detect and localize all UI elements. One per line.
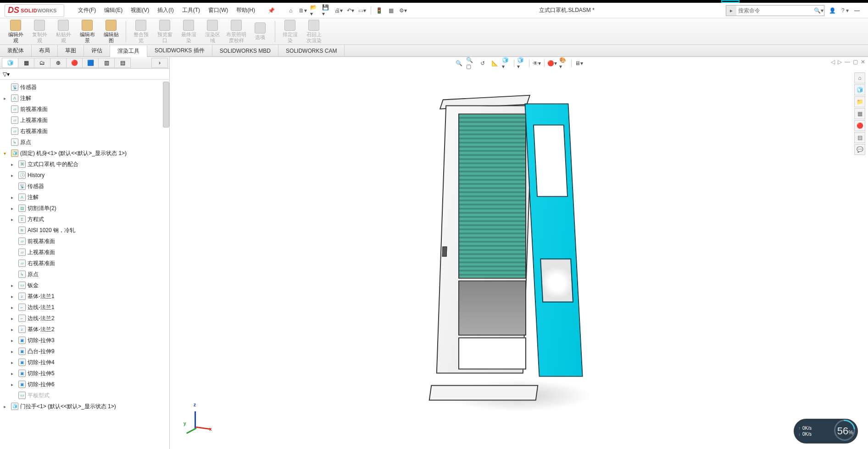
taskpane-forum-icon[interactable]: 💬 xyxy=(854,144,865,155)
tree-item-right-plane[interactable]: ▱右视基准面 xyxy=(0,126,169,137)
tree-item-origin[interactable]: ↳原点 xyxy=(0,137,169,148)
command-search[interactable]: ▸ 🔍▾ xyxy=(726,5,824,16)
tree-item-cutextrude5[interactable]: ▸▣切除-拉伸5 xyxy=(0,368,169,379)
tree-item-flatpattern[interactable]: ▭平板型式 xyxy=(0,390,169,401)
user-icon[interactable]: 👤 xyxy=(829,7,836,14)
dimxpert-tab-icon[interactable]: ⊕ xyxy=(50,58,67,68)
tab-evaluate[interactable]: 评估 xyxy=(84,45,110,56)
tree-item-origin-2[interactable]: ↳原点 xyxy=(0,269,169,280)
tree-filter-bar[interactable]: ▽▾ xyxy=(0,69,169,80)
tree-item-right-plane-2[interactable]: ▱右视基准面 xyxy=(0,258,169,269)
tab-layout[interactable]: 布局 xyxy=(32,45,58,56)
tree-item-front-plane-2[interactable]: ▱前视基准面 xyxy=(0,236,169,247)
settings-gear-icon[interactable]: ⚙▾ xyxy=(399,6,408,15)
network-speed-overlay[interactable]: ↑0K/s ↓0K/s 56% xyxy=(794,419,858,443)
taskpane-design-library-icon[interactable]: 🧊 xyxy=(854,84,865,95)
open-icon[interactable]: 📂▾ xyxy=(310,6,319,15)
solidworks-logo[interactable]: DS SOLIDWORKS xyxy=(5,4,64,17)
print-icon[interactable]: 🖨▾ xyxy=(334,6,343,15)
menu-window[interactable]: 窗口(W) xyxy=(208,6,228,14)
tree-item-history[interactable]: ▸🕓History xyxy=(0,170,169,181)
tab-sketch[interactable]: 草图 xyxy=(58,45,84,56)
configuration-tab-icon[interactable]: 🗂 xyxy=(34,58,50,68)
view-settings-icon[interactable]: 🖥▾ xyxy=(574,59,584,68)
tree-item-material[interactable]: ≋AISI 1020 钢，冷轧 xyxy=(0,225,169,236)
property-manager-tab-icon[interactable]: ▦ xyxy=(18,58,34,68)
menu-tools[interactable]: 工具(T) xyxy=(182,6,200,14)
minimize-icon[interactable]: — xyxy=(854,7,860,14)
tree-item-baseflange1[interactable]: ▸⟀基体-法兰1 xyxy=(0,291,169,302)
tree-item-sensors-2[interactable]: 📡传感器 xyxy=(0,181,169,192)
zoom-fit-icon[interactable]: 🔍 xyxy=(454,59,463,68)
tree-item-front-plane[interactable]: ▱前视基准面 xyxy=(0,104,169,115)
tab-render-tools[interactable]: 渲染工具 xyxy=(110,45,147,57)
menu-edit[interactable]: 编辑(E) xyxy=(104,6,122,14)
tree-item-edgeflange2[interactable]: ▸⌐边线-法兰2 xyxy=(0,313,169,324)
menu-insert[interactable]: 插入(I) xyxy=(157,6,173,14)
taskpane-file-explorer-icon[interactable]: 📁 xyxy=(854,96,865,107)
edit-appearance-button[interactable]: 编辑外 观 xyxy=(5,19,27,44)
edit-decal-button[interactable]: 编辑贴 图 xyxy=(100,19,122,44)
tree-item-annotations[interactable]: ▸A注解 xyxy=(0,93,169,104)
feature-tree-body[interactable]: 📡传感器 ▸A注解 ▱前视基准面 ▱上视基准面 ▱右视基准面 ↳原点 ▾🧊(固定… xyxy=(0,80,169,449)
select-icon[interactable]: ▭▾ xyxy=(358,6,367,15)
graphics-viewport[interactable]: ◁ ▷ — ▢ ✕ 🔍 🔍▢ ↺ 📐 🧊▾ 🧊▾ 👁▾ 🔴▾ 🎨▾ 🖥▾ ⌂ 🧊 xyxy=(170,57,868,449)
tree-item-bossextrude9[interactable]: ▸▣凸台-拉伸9 xyxy=(0,346,169,357)
tree-item-sensors[interactable]: 📡传感器 xyxy=(0,82,169,93)
taskpane-custom-props-icon[interactable]: ▤ xyxy=(854,132,865,143)
tab-assembly[interactable]: 装配体 xyxy=(0,45,32,56)
model-3d-view[interactable] xyxy=(436,105,601,389)
search-input[interactable] xyxy=(736,7,814,14)
rebuild-icon[interactable]: 🚦 xyxy=(375,6,384,15)
previous-view-icon[interactable]: ↺ xyxy=(478,59,487,68)
zoom-area-icon[interactable]: 🔍▢ xyxy=(466,59,475,68)
viewport-prev-icon[interactable]: ◁ xyxy=(831,59,835,65)
tree-item-handle-part[interactable]: ▸🧊门拉手<1> (默认<<默认>_显示状态 1>) xyxy=(0,401,169,412)
viewport-next-icon[interactable]: ▷ xyxy=(838,59,842,65)
edit-appearance-icon[interactable]: 🔴▾ xyxy=(547,59,556,68)
tree-scrollbar-thumb[interactable] xyxy=(163,82,169,127)
tree-item-equations[interactable]: ▸Σ方程式 xyxy=(0,214,169,225)
tree-item-top-plane-2[interactable]: ▱上视基准面 xyxy=(0,247,169,258)
tab-sw-addins[interactable]: SOLIDWORKS 插件 xyxy=(147,45,212,56)
section-view-icon[interactable]: 📐 xyxy=(490,59,499,68)
tree-item-fixed-body[interactable]: ▾🧊(固定) 机身<1> (默认<<默认>_显示状态 1>) xyxy=(0,148,169,159)
search-icon[interactable]: 🔍▾ xyxy=(814,7,824,14)
tree-item-baseflange2[interactable]: ▸⟀基体-法兰2 xyxy=(0,324,169,335)
display-manager-tab-icon[interactable]: 🔴 xyxy=(66,58,83,68)
taskpane-view-palette-icon[interactable]: ▦ xyxy=(854,108,865,119)
tree-item-sheetmetal[interactable]: ▸▭钣金 xyxy=(0,280,169,291)
tree-item-top-plane[interactable]: ▱上视基准面 xyxy=(0,115,169,126)
edit-scene-button[interactable]: 编辑布 景 xyxy=(76,19,98,44)
tree-item-cutextrude3[interactable]: ▸▣切除-拉伸3 xyxy=(0,335,169,346)
help-dropdown-icon[interactable]: ? ▾ xyxy=(841,7,849,14)
display-style-icon[interactable]: 🧊▾ xyxy=(517,59,526,68)
viewport-close-icon[interactable]: ✕ xyxy=(861,59,865,65)
orientation-triad[interactable]: z x y xyxy=(185,405,213,432)
tree-item-edgeflange1[interactable]: ▸⌐边线-法兰1 xyxy=(0,302,169,313)
home-icon[interactable]: ⌂ xyxy=(286,6,295,15)
apply-scene-icon[interactable]: 🎨▾ xyxy=(559,59,568,68)
search-scope-icon[interactable]: ▸ xyxy=(726,6,736,16)
taskpane-appearances-icon[interactable]: 🔴 xyxy=(854,120,865,131)
cam-ops-tab-icon[interactable]: ▤ xyxy=(114,58,131,68)
tab-sw-mbd[interactable]: SOLIDWORKS MBD xyxy=(212,45,278,56)
tree-item-annotations-2[interactable]: ▸A注解 xyxy=(0,192,169,203)
feature-tree-tab-icon[interactable]: 🧊 xyxy=(2,58,18,68)
tree-item-cutextrude4[interactable]: ▸▣切除-拉伸4 xyxy=(0,357,169,368)
cam-tree-tab-icon[interactable]: ▥ xyxy=(98,58,115,68)
panel-expand-icon[interactable]: › xyxy=(151,58,168,68)
menu-help[interactable]: 帮助(H) xyxy=(236,6,255,14)
appearance-tab-icon[interactable]: 🟦 xyxy=(82,58,99,68)
hide-show-icon[interactable]: 👁▾ xyxy=(532,59,541,68)
view-orient-icon[interactable]: 🧊▾ xyxy=(502,59,511,68)
new-doc-icon[interactable]: 🗎▾ xyxy=(298,6,307,15)
viewport-minimize-icon[interactable]: — xyxy=(845,59,850,65)
menu-view[interactable]: 视图(V) xyxy=(131,6,149,14)
viewport-maximize-icon[interactable]: ▢ xyxy=(853,59,858,65)
menu-file[interactable]: 文件(F) xyxy=(78,6,96,14)
filter-funnel-icon[interactable]: ▽▾ xyxy=(3,71,10,78)
undo-icon[interactable]: ↶▾ xyxy=(346,6,355,15)
tree-item-mates[interactable]: ▸⌘立式口罩机 中的配合 xyxy=(0,159,169,170)
tree-item-cutextrude6[interactable]: ▸▣切除-拉伸6 xyxy=(0,379,169,390)
